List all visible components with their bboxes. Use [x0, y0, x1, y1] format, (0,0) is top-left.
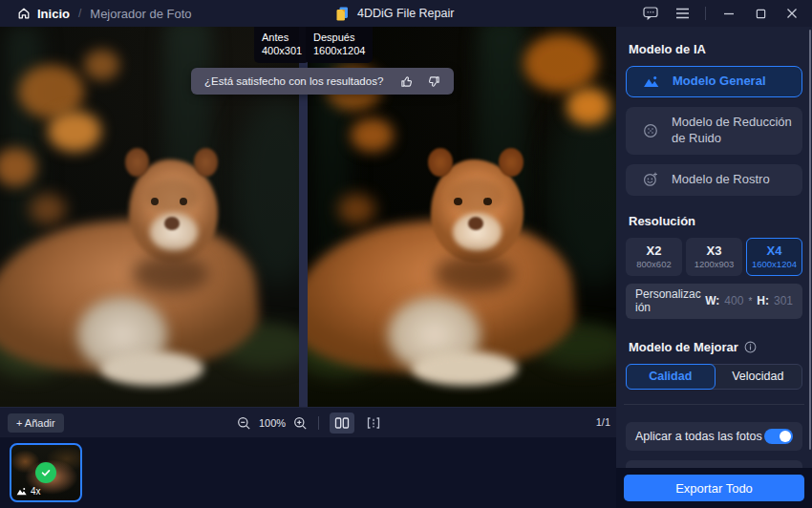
custom-resolution-row[interactable]: Personalización W: 400 * H: 301 — [626, 284, 802, 319]
zoom-in-icon[interactable] — [293, 416, 308, 431]
height-label: H: — [757, 294, 769, 307]
feedback-tooltip: ¿Está satisfecho con los resultados? — [191, 68, 454, 95]
add-photo-button[interactable]: + Añadir — [8, 413, 64, 433]
before-size: 400x301 — [262, 44, 302, 57]
export-all-button[interactable]: Exportar Todo — [624, 475, 804, 501]
image-mountain-icon — [643, 75, 659, 88]
after-size: 1600x1204 — [313, 44, 365, 57]
thumbs-down-icon[interactable] — [426, 74, 440, 89]
zoom-out-icon[interactable] — [237, 416, 251, 431]
before-size-chip: Antes 400x301 — [254, 27, 310, 63]
breadcrumb-home-label: Inicio — [37, 7, 70, 21]
noise-reduction-icon — [643, 123, 658, 138]
enhance-model-heading: Modelo de Mejorar — [629, 340, 802, 354]
model-face-label: Modelo de Rostro — [672, 172, 770, 188]
export-footer: Exportar Todo — [616, 468, 812, 508]
width-label: W: — [705, 294, 719, 307]
split-view-icon[interactable] — [361, 413, 386, 434]
resolution-x3-button[interactable]: X3 1200x903 — [686, 238, 742, 276]
before-label: Antes — [262, 31, 302, 44]
viewer-toolbar: + Añadir 100% 1/1 — [0, 407, 616, 437]
toolbar-divider — [318, 416, 319, 430]
sidebar-section-divider — [624, 404, 804, 405]
face-icon — [643, 172, 658, 187]
home-icon — [17, 7, 31, 20]
custom-resolution-label: Personalización — [635, 287, 701, 315]
close-button[interactable] — [783, 5, 801, 22]
resolution-heading: Resolución — [629, 214, 802, 228]
photo-thumbnail[interactable]: 4x — [10, 443, 82, 502]
model-noise-reduction-button[interactable]: Modelo de Reducción de Ruido — [626, 107, 802, 155]
resolution-options: X2 800x602 X3 1200x903 X4 1600x1204 — [626, 238, 802, 276]
model-general-label: Modelo General — [673, 74, 766, 90]
breadcrumb: Inicio / Mejorador de Foto — [17, 7, 192, 21]
custom-resolution-fields: W: 400 * H: 301 — [705, 294, 793, 307]
apply-all-row: Aplicar a todas las fotos — [626, 422, 802, 451]
breadcrumb-separator: / — [78, 7, 81, 20]
enhance-model-heading-text: Modelo de Mejorar — [629, 340, 738, 354]
resolution-x2-label: X2 — [627, 243, 681, 258]
model-face-button[interactable]: Modelo de Rostro — [626, 164, 802, 196]
breadcrumb-page: Mejorador de Foto — [90, 7, 191, 21]
feedback-question: ¿Está satisfecho con los resultados? — [204, 75, 383, 87]
zoom-controls: 100% — [237, 408, 308, 438]
thumbs-up-icon[interactable] — [400, 74, 415, 89]
resolution-x2-size: 800x602 — [627, 259, 681, 269]
image-viewer: Antes 400x301 Después 1600x1204 ¿Está sa… — [0, 27, 616, 407]
model-general-button[interactable]: Modelo General — [626, 66, 802, 97]
enhance-mode-tabs: Calidad Velocidad — [626, 364, 802, 390]
app-logo-icon — [334, 6, 350, 22]
width-value[interactable]: 400 — [724, 294, 743, 307]
titlebar-divider — [705, 7, 706, 20]
side-by-side-view-icon[interactable] — [330, 413, 354, 434]
model-noise-reduction-label: Modelo de Reducción de Ruido — [672, 115, 794, 147]
settings-sidebar: Modelo de IA Modelo General Modelo de Re… — [616, 27, 812, 508]
filmstrip: 4x — [0, 437, 616, 508]
resolution-x3-label: X3 — [687, 243, 741, 258]
page-indicator: 1/1 — [596, 416, 610, 428]
sidebar-scrollbar[interactable] — [809, 30, 811, 450]
resolution-x2-button[interactable]: X2 800x602 — [626, 238, 682, 276]
dimension-separator: * — [748, 296, 752, 307]
resolution-x4-button[interactable]: X4 1600x1204 — [746, 238, 802, 276]
breadcrumb-home[interactable]: Inicio — [17, 7, 70, 21]
view-mode-controls — [330, 413, 386, 434]
after-size-chip: Después 1600x1204 — [306, 27, 373, 63]
resolution-x4-size: 1600x1204 — [747, 259, 801, 269]
window-controls — [642, 5, 801, 22]
app-title: 4DDiG File Repair — [357, 7, 454, 20]
feedback-chat-icon[interactable] — [642, 5, 659, 22]
menu-icon[interactable] — [673, 5, 691, 22]
info-icon[interactable] — [744, 341, 757, 353]
maximize-button[interactable] — [752, 5, 769, 22]
ai-model-heading: Modelo de IA — [629, 42, 802, 56]
after-label: Después — [313, 31, 365, 44]
apply-all-label: Aplicar a todas las fotos — [635, 429, 762, 444]
resolution-x3-size: 1200x903 — [687, 259, 741, 269]
apply-all-toggle[interactable] — [764, 429, 793, 444]
scale-badge: 4x — [16, 486, 41, 497]
app-window: Inicio / Mejorador de Foto 4DDiG File Re… — [0, 0, 812, 508]
resolution-x4-label: X4 — [747, 243, 801, 258]
height-value[interactable]: 301 — [774, 294, 793, 307]
tab-velocidad[interactable]: Velocidad — [715, 365, 802, 389]
minimize-button[interactable] — [720, 5, 737, 22]
titlebar: Inicio / Mejorador de Foto 4DDiG File Re… — [0, 0, 812, 27]
zoom-level: 100% — [259, 417, 286, 429]
done-check-icon — [35, 462, 56, 483]
scale-badge-text: 4x — [31, 486, 41, 497]
tab-calidad[interactable]: Calidad — [626, 364, 716, 390]
image-icon — [16, 487, 27, 496]
app-title-group: 4DDiG File Repair — [334, 0, 454, 27]
